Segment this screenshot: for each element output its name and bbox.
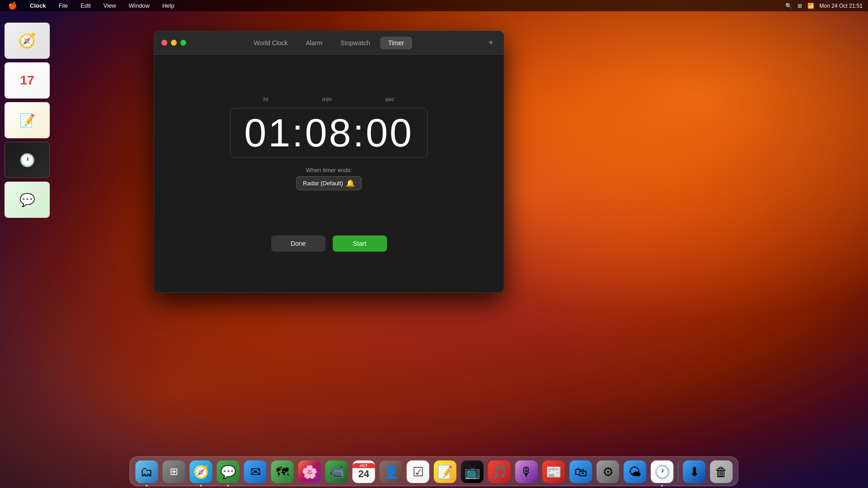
menu-view[interactable]: View [101,1,119,10]
timer-labels: hr min sec [254,96,403,103]
done-button[interactable]: Done [271,235,326,252]
dock-dot-finder [146,485,148,487]
timer-display-wrapper[interactable]: 01:08:00 [230,108,428,158]
menubar-right: 🔍 ⊞ 📶 Mon 24 Oct 21:51 [785,3,863,9]
dock-item-news[interactable]: 📰 [542,460,566,484]
window-minimize-button[interactable] [171,40,177,46]
start-button[interactable]: Start [333,235,387,252]
dock-item-airdrop[interactable]: ⬇ [682,460,707,484]
dock-item-appstore[interactable]: 🛍 [569,460,593,484]
menu-window[interactable]: Window [126,1,152,10]
dock-item-sysprefs[interactable]: ⚙ [596,460,620,484]
window-maximize-button[interactable] [180,40,186,46]
dock-item-podcasts[interactable]: 🎙 [514,460,539,484]
window-close-button[interactable] [161,40,167,46]
dock-item-safari[interactable]: 🧭 [189,460,213,484]
dock-item-clock[interactable]: 🕐 [650,460,675,484]
dock-item-reminders[interactable]: ☑ [406,460,430,484]
dock-item-calendar[interactable]: OCT 24 [352,460,376,484]
timer-sound-section: When timer ends: Radar (Default) 🔔 [296,167,362,190]
apple-menu[interactable]: 🍎 [5,0,20,11]
menu-app-name[interactable]: Clock [27,1,48,10]
dock-dot-clock [661,485,663,487]
dock-item-maps[interactable]: 🗺 [270,460,295,484]
dock-item-facetime[interactable]: 📹 [325,460,349,484]
min-label: min [322,96,332,103]
timer-display[interactable]: 01:08:00 [244,113,414,153]
dock-item-notes[interactable]: 📝 [433,460,458,484]
wifi-icon[interactable]: 📶 [807,3,814,9]
thumbnail-calendar[interactable]: 17 [5,62,50,99]
thumbnail-safari[interactable]: 🧭 [5,23,50,59]
tab-alarm[interactable]: Alarm [298,37,331,49]
sound-text: Radar (Default) [303,180,343,187]
dock-item-launchpad[interactable]: ⊞ [162,460,186,484]
dock-dot-safari [200,485,202,487]
dock-item-photos[interactable]: 🌸 [297,460,322,484]
menu-edit[interactable]: Edit [78,1,93,10]
dock-separator [678,462,679,482]
app-thumbnails: 🧭 17 📝 🕐 💬 [0,18,54,447]
control-center-icon[interactable]: ⊞ [797,3,802,9]
sec-label: sec [385,96,394,103]
dock-item-weather[interactable]: 🌤 [623,460,647,484]
thumbnail-notes[interactable]: 📝 [5,102,50,138]
timer-sound-label: When timer ends: [306,167,352,174]
search-icon[interactable]: 🔍 [785,3,792,9]
window-content: hr min sec 01:08:00 When timer ends: Rad… [154,55,504,292]
tab-timer[interactable]: Timer [380,37,412,49]
timer-sound-button[interactable]: Radar (Default) 🔔 [296,176,362,190]
clock-window: World Clock Alarm Stopwatch Timer + hr m… [154,31,504,293]
dock-item-messages[interactable]: 💬 [216,460,241,484]
window-action-buttons: Done Start [271,235,387,252]
dock-item-music[interactable]: 🎵 [487,460,512,484]
menu-help[interactable]: Help [160,1,177,10]
dock-dot-messages [227,485,229,487]
menubar: 🍎 Clock File Edit View Window Help 🔍 ⊞ 📶… [0,0,868,11]
thumbnail-messages[interactable]: 💬 [5,182,50,218]
window-controls [161,40,186,46]
timer-section: hr min sec 01:08:00 [230,96,428,158]
thumbnail-dark[interactable]: 🕐 [5,142,50,178]
menubar-left: 🍎 Clock File Edit View Window Help [5,0,177,11]
hr-label: hr [263,96,269,103]
datetime-display: Mon 24 Oct 21:51 [820,3,863,9]
dock-item-contacts[interactable]: 👤 [379,460,403,484]
tab-stopwatch[interactable]: Stopwatch [332,37,378,49]
dock: 🗂 ⊞ 🧭 💬 ✉ 🗺 🌸 📹 OCT 24 👤 ☑ 📝 📺 [130,456,739,486]
sound-icon: 🔔 [346,179,355,188]
window-titlebar: World Clock Alarm Stopwatch Timer + [154,31,504,55]
dock-item-trash[interactable]: 🗑 [709,460,734,484]
dock-item-mail[interactable]: ✉ [243,460,268,484]
menu-file[interactable]: File [56,1,71,10]
add-tab-button[interactable]: + [486,38,496,48]
tab-world-clock[interactable]: World Clock [245,37,296,49]
dock-item-appletv[interactable]: 📺 [460,460,485,484]
dock-item-finder[interactable]: 🗂 [135,460,159,484]
window-tabs: World Clock Alarm Stopwatch Timer [245,37,412,49]
